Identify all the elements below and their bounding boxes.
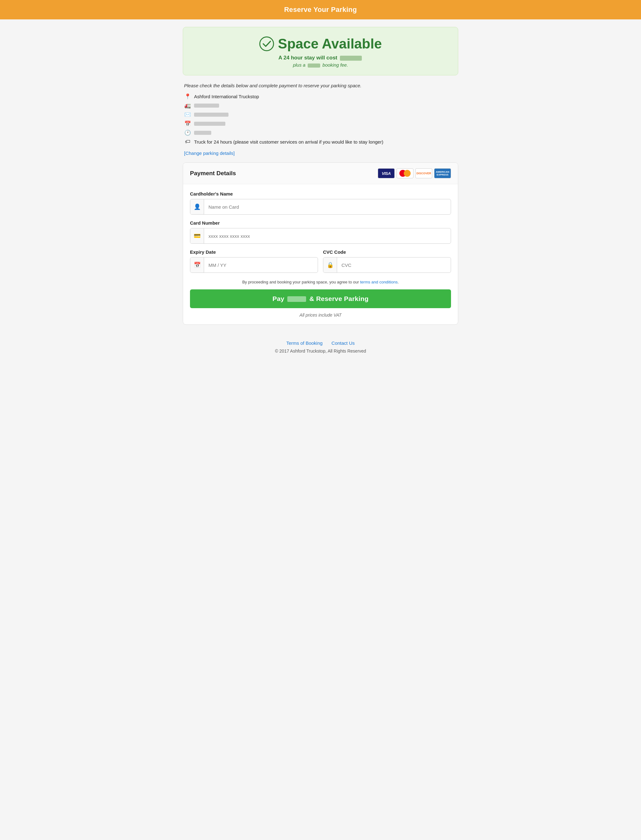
detail-time: 🕐 xyxy=(184,130,457,136)
clock-icon: 🕐 xyxy=(184,130,191,136)
vehicle-blur xyxy=(194,104,219,108)
payment-card: Payment Details VISA DISCOVER AMERICANEX… xyxy=(183,162,458,325)
person-icon: 👤 xyxy=(190,199,204,214)
duration-text: Truck for 24 hours (please visit custome… xyxy=(194,139,383,145)
vat-note: All prices include VAT xyxy=(190,313,451,318)
cardholder-name-label: Cardholder's Name xyxy=(190,191,451,196)
page-header: Reserve Your Parking xyxy=(0,0,641,19)
availability-heading: Space Available xyxy=(191,36,450,51)
footer: Terms of Booking Contact Us © 2017 Ashfo… xyxy=(0,334,641,363)
footer-copyright: © 2017 Ashford Truckstop, All Rights Res… xyxy=(0,349,641,353)
availability-card: Space Available A 24 hour stay will cost… xyxy=(183,27,458,75)
availability-cost: A 24 hour stay will cost xyxy=(191,55,450,61)
cvc-col: CVC Code 🔒 xyxy=(323,249,451,278)
expiry-input-wrapper: 📅 xyxy=(190,257,318,273)
mc-circles xyxy=(397,169,413,178)
mastercard-logo xyxy=(396,168,414,178)
availability-title: Space Available xyxy=(278,36,382,51)
card-logos: VISA DISCOVER AMERICANEXPRESS xyxy=(378,168,451,178)
card-number-input-wrapper: 💳 xyxy=(190,228,451,244)
expiry-group: Expiry Date 📅 xyxy=(190,249,318,273)
discover-logo: DISCOVER xyxy=(416,168,432,178)
tag-icon: 🏷 xyxy=(184,138,191,145)
mc-right-circle xyxy=(404,170,411,177)
cvc-group: CVC Code 🔒 xyxy=(323,249,451,273)
pay-reserve-button[interactable]: Pay & Reserve Parking xyxy=(190,289,451,308)
location-icon: 📍 xyxy=(184,93,191,100)
email-blur xyxy=(194,112,229,117)
truck-icon: 🚛 xyxy=(184,102,191,109)
payment-title: Payment Details xyxy=(190,170,236,177)
change-parking-link[interactable]: [Change parking details] xyxy=(184,151,235,156)
card-number-label: Card Number xyxy=(190,220,451,226)
svg-point-0 xyxy=(260,37,274,51)
pay-amount-blur xyxy=(287,296,306,302)
payment-body: Cardholder's Name 👤 Card Number 💳 Ex xyxy=(183,184,458,324)
terms-of-booking-link[interactable]: Terms of Booking xyxy=(287,340,323,346)
contact-us-link[interactable]: Contact Us xyxy=(332,340,354,346)
details-section: Please check the details below and compl… xyxy=(183,83,458,156)
main-content: Space Available A 24 hour stay will cost… xyxy=(177,19,464,334)
detail-location: 📍 Ashford International Truckstop xyxy=(184,93,457,100)
cardholder-name-input[interactable] xyxy=(204,201,451,214)
card-number-input[interactable] xyxy=(204,230,451,243)
detail-duration: 🏷 Truck for 24 hours (please visit custo… xyxy=(184,138,457,145)
cost-blur xyxy=(340,56,362,61)
card-icon: 💳 xyxy=(190,228,204,243)
cvc-input[interactable] xyxy=(337,259,451,271)
details-notice: Please check the details below and compl… xyxy=(184,83,457,88)
availability-fee: plus a booking fee. xyxy=(191,62,450,67)
time-blur xyxy=(194,131,211,135)
card-number-group: Card Number 💳 xyxy=(190,220,451,244)
payment-header: Payment Details VISA DISCOVER AMERICANEX… xyxy=(183,163,458,184)
email-icon: ✉️ xyxy=(184,111,191,118)
header-title: Reserve Your Parking xyxy=(284,6,357,13)
expiry-input[interactable] xyxy=(204,259,318,271)
location-text: Ashford International Truckstop xyxy=(194,94,259,99)
expiry-label: Expiry Date xyxy=(190,249,318,255)
cardholder-name-group: Cardholder's Name 👤 xyxy=(190,191,451,215)
calendar-card-icon: 📅 xyxy=(190,257,204,273)
lock-icon: 🔒 xyxy=(323,257,337,273)
detail-date: 📅 xyxy=(184,120,457,127)
expiry-cvc-row: Expiry Date 📅 CVC Code 🔒 xyxy=(190,249,451,278)
amex-logo: AMERICANEXPRESS xyxy=(434,168,451,178)
cvc-label: CVC Code xyxy=(323,249,451,255)
check-circle-icon xyxy=(259,36,274,51)
fee-blur xyxy=(308,64,320,67)
terms-and-conditions-link[interactable]: terms and conditions xyxy=(360,280,398,284)
cvc-input-wrapper: 🔒 xyxy=(323,257,451,273)
expiry-col: Expiry Date 📅 xyxy=(190,249,318,278)
date-blur xyxy=(194,122,225,126)
detail-vehicle: 🚛 xyxy=(184,102,457,109)
terms-text: By proceeding and booking your parking s… xyxy=(190,280,451,284)
calendar-icon: 📅 xyxy=(184,120,191,127)
footer-links: Terms of Booking Contact Us xyxy=(0,340,641,346)
cardholder-name-input-wrapper: 👤 xyxy=(190,199,451,215)
detail-email: ✉️ xyxy=(184,111,457,118)
visa-logo: VISA xyxy=(378,168,395,178)
